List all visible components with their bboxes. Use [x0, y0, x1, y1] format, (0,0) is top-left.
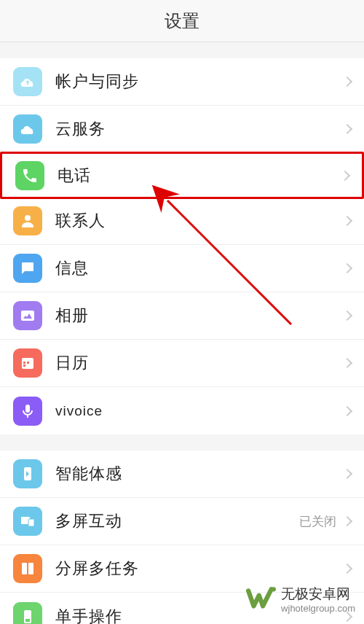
label: 信息	[55, 257, 344, 279]
watermark-logo-icon	[246, 585, 277, 615]
label: 帐户与同步	[55, 71, 344, 93]
onehand-icon	[13, 602, 42, 625]
label: 智能体感	[55, 463, 344, 485]
svg-rect-1	[21, 311, 34, 321]
label: 电话	[58, 165, 341, 187]
row-account-sync[interactable]: 帐户与同步	[0, 58, 364, 106]
svg-rect-5	[23, 364, 25, 367]
mic-icon	[13, 397, 42, 426]
chevron-right-icon	[342, 263, 352, 273]
cloud-sync-icon	[13, 67, 42, 96]
cloud-icon	[13, 114, 42, 144]
svg-rect-3	[23, 362, 25, 364]
chevron-right-icon	[342, 563, 352, 574]
svg-rect-6	[25, 405, 30, 413]
message-icon	[13, 254, 42, 283]
chevron-right-icon	[342, 358, 352, 368]
status-text: 已关闭	[299, 513, 336, 530]
label: 多屏互动	[55, 510, 299, 532]
multiscreen-icon	[13, 507, 42, 536]
label: 联系人	[55, 210, 344, 232]
chevron-right-icon	[342, 469, 352, 479]
label: 分屏多任务	[55, 558, 344, 580]
chevron-right-icon	[342, 405, 352, 416]
chevron-right-icon	[342, 311, 352, 321]
row-multi-screen[interactable]: 多屏互动 已关闭	[0, 498, 364, 545]
gallery-icon	[13, 301, 42, 330]
chevron-right-icon	[342, 77, 352, 87]
row-vivoice[interactable]: vivoice	[0, 387, 364, 434]
chevron-right-icon	[342, 216, 352, 226]
row-smart-motion[interactable]: 智能体感	[0, 451, 364, 498]
svg-rect-10	[22, 563, 27, 574]
split-icon	[13, 554, 42, 583]
label: vivoice	[55, 403, 344, 419]
svg-rect-9	[28, 519, 34, 526]
svg-rect-11	[28, 563, 33, 574]
smart-icon	[13, 459, 42, 488]
section-1: 帐户与同步 云服务 电话 联系人 信息 相册	[0, 58, 364, 434]
row-phone[interactable]: 电话	[0, 152, 364, 199]
watermark: 无极安卓网 wjhotelgroup.com	[246, 585, 355, 615]
row-messages[interactable]: 信息	[0, 245, 364, 292]
page-title: 设置	[165, 9, 199, 33]
header: 设置	[0, 0, 364, 42]
phone-icon	[15, 161, 44, 190]
chevron-right-icon	[342, 124, 352, 134]
chevron-right-icon	[342, 516, 352, 526]
row-contacts[interactable]: 联系人	[0, 198, 364, 245]
chevron-right-icon	[340, 170, 350, 180]
row-gallery[interactable]: 相册	[0, 292, 364, 340]
calendar-icon	[13, 348, 42, 378]
label: 日历	[55, 352, 344, 374]
row-calendar[interactable]: 日历	[0, 340, 364, 387]
watermark-url: wjhotelgroup.com	[281, 603, 355, 615]
watermark-title: 无极安卓网	[281, 586, 355, 603]
label: 相册	[55, 305, 344, 327]
contact-icon	[13, 206, 42, 235]
svg-point-0	[25, 215, 31, 221]
svg-rect-4	[27, 362, 29, 364]
row-cloud-service[interactable]: 云服务	[0, 106, 364, 153]
svg-point-14	[272, 587, 276, 591]
label: 云服务	[55, 118, 344, 140]
